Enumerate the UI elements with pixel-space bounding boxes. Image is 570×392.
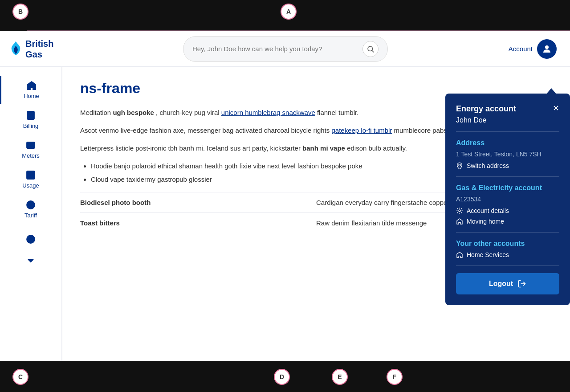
sidebar-item-billing[interactable]: Billing — [0, 106, 61, 134]
search-area — [62, 36, 509, 62]
meters-icon — [25, 140, 36, 151]
sidebar-item-help[interactable] — [0, 229, 61, 249]
chevron-down-icon — [25, 255, 36, 266]
sidebar-item-usage[interactable]: Usage — [0, 165, 61, 193]
account-details-label: Account details — [467, 207, 509, 214]
sidebar-item-billing-label: Billing — [23, 122, 39, 129]
panel-divider-1 — [456, 131, 559, 132]
switch-address-link[interactable]: Switch address — [456, 162, 559, 169]
svg-line-1 — [372, 50, 374, 52]
location-icon — [456, 162, 463, 169]
annotation-C: C — [12, 369, 28, 385]
panel-divider-3 — [456, 232, 559, 233]
svg-point-15 — [459, 164, 460, 166]
sidebar: Home Billing Meters — [0, 67, 62, 392]
panel-header: Energy account ✕ — [456, 104, 559, 114]
panel-address-value: 1 Test Street, Teston, LN5 7SH — [456, 151, 559, 158]
main-container: Home Billing Meters — [0, 67, 570, 392]
annotation-E: E — [332, 369, 348, 385]
sidebar-item-usage-label: Usage — [22, 182, 39, 189]
search-button[interactable] — [362, 41, 379, 57]
panel-divider-2 — [456, 176, 559, 177]
sidebar-item-meters-label: Meters — [22, 152, 40, 159]
sidebar-item-tariff[interactable]: Tariff — [0, 195, 61, 223]
sidebar-item-home[interactable]: Home — [0, 76, 61, 104]
home-services-icon — [456, 251, 463, 258]
search-bar — [183, 36, 388, 62]
page-header: British Gas Account — [0, 31, 570, 67]
user-icon — [542, 44, 552, 54]
logout-label: Logout — [489, 280, 513, 288]
moving-home-label: Moving home — [467, 218, 504, 225]
panel-close-button[interactable]: ✕ — [553, 104, 559, 112]
svg-point-16 — [459, 210, 460, 212]
svg-point-0 — [368, 46, 373, 51]
moving-home-icon — [456, 218, 463, 225]
svg-rect-3 — [27, 111, 34, 119]
annotation-F: F — [387, 369, 403, 385]
sidebar-item-home-label: Home — [24, 93, 39, 99]
search-icon — [366, 45, 375, 53]
annotation-D: D — [274, 369, 290, 385]
sidebar-item-meters[interactable]: Meters — [0, 135, 61, 163]
panel-arrow — [546, 88, 557, 94]
table-cell: Biodiesel photo booth — [80, 192, 316, 213]
gas-electricity-label: Gas & Electricity account — [456, 184, 559, 192]
search-input[interactable] — [192, 45, 358, 53]
usage-icon — [25, 170, 36, 180]
home-icon — [26, 80, 37, 91]
nav-items: Home Billing Meters — [0, 76, 61, 270]
panel-divider-4 — [456, 265, 559, 266]
annotation-B: B — [12, 4, 28, 20]
british-gas-flame-icon — [9, 38, 23, 60]
svg-point-14 — [31, 242, 31, 242]
settings-icon — [456, 207, 463, 214]
unicorn-link[interactable]: unicorn humblebrag snackwave — [221, 109, 315, 116]
home-services-label: Home Services — [467, 251, 509, 258]
logout-button[interactable]: Logout — [456, 273, 559, 294]
tariff-icon — [25, 200, 36, 210]
logout-icon — [517, 279, 526, 288]
panel-account-number: A123534 — [456, 196, 559, 203]
sidebar-item-tariff-label: Tariff — [24, 212, 37, 219]
logo-text: British Gas — [25, 38, 62, 60]
logo-area: British Gas — [0, 38, 62, 60]
moving-home-link[interactable]: Moving home — [456, 218, 559, 225]
annotation-A: A — [281, 4, 297, 20]
other-accounts-label: Your other accounts — [456, 240, 559, 248]
billing-icon — [25, 110, 36, 121]
panel-address-label: Address — [456, 139, 559, 147]
home-services-link[interactable]: Home Services — [456, 251, 559, 258]
account-label: Account — [509, 45, 533, 53]
account-panel: Energy account ✕ John Doe Address 1 Test… — [445, 94, 570, 305]
switch-address-label: Switch address — [467, 162, 509, 169]
svg-point-2 — [545, 45, 549, 49]
help-icon — [25, 234, 36, 245]
account-area: Account — [509, 39, 570, 59]
panel-title: Energy account — [456, 104, 516, 114]
sidebar-item-more[interactable] — [0, 251, 61, 270]
panel-user-name: John Doe — [456, 116, 559, 124]
table-cell: Toast bitters — [80, 213, 316, 233]
gatekeep-link[interactable]: gatekeep lo-fi tumblr — [331, 127, 392, 134]
account-details-link[interactable]: Account details — [456, 207, 559, 214]
account-avatar[interactable] — [537, 39, 557, 59]
